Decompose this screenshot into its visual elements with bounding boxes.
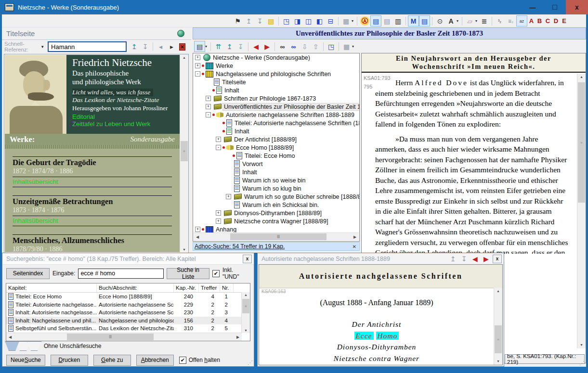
quick-reference-input[interactable] (48, 41, 127, 52)
minimize-button[interactable] (522, 0, 544, 14)
close-button[interactable] (566, 0, 588, 14)
marker-m-icon[interactable]: M (408, 15, 419, 26)
scroll-down-icon[interactable]: ▼ (242, 329, 250, 332)
globe-icon[interactable] (177, 30, 184, 37)
ref-prev-icon[interactable]: ◂ (155, 41, 166, 52)
scrollbar-thumb[interactable]: Ⅲ (67, 334, 154, 340)
window-insert-icon[interactable]: ◨ (292, 15, 303, 26)
tree-item[interactable]: Dionysos-Dithyramben [1888/89] (193, 209, 359, 217)
jump-forward-icon[interactable]: ↧ (254, 15, 265, 26)
search-marked-icon[interactable]: ∞ (288, 41, 299, 52)
scroll-up-icon[interactable]: ▲ (577, 75, 586, 79)
work-toc-link[interactable]: Inhaltsübersicht (13, 216, 172, 226)
close-panel-icon[interactable] (179, 43, 185, 51)
tree-item[interactable]: Warum ich ein Schicksal bin. (193, 201, 359, 209)
win-next-icon[interactable]: ▶ (481, 253, 492, 264)
search-window-titlebar[interactable]: Suchergebnis: "ecce # homo" (18 Kap./75 … (2, 253, 254, 265)
search-in-list-button[interactable]: Suche in Liste (167, 268, 209, 279)
go-top-icon[interactable]: ⇈ (213, 41, 224, 52)
scroll-left-icon[interactable]: ◀ (6, 335, 14, 339)
preview-scrollbar[interactable]: ▲ ≡ ▼ (494, 288, 502, 365)
dropdown-arrow-icon[interactable]: ▾ (352, 44, 354, 49)
tree-item[interactable]: Schriften zur Philologie 1867-1873 (193, 94, 359, 103)
scrollbar-thumb[interactable]: ≡ (242, 299, 249, 313)
chevron-down-icon[interactable]: ▼ (40, 45, 44, 49)
column-nr[interactable]: Nr. (220, 283, 234, 292)
print-icon[interactable]: ≣ (479, 15, 490, 26)
search-result-row[interactable]: Selbstgefühl und Selbstverstän... Das Le… (6, 324, 250, 333)
page-down-icon[interactable]: ⇩ (299, 41, 310, 52)
win-up-icon[interactable]: ↥ (447, 253, 458, 264)
next-hit-icon[interactable]: ▶ (261, 41, 273, 52)
maximize-button[interactable] (544, 0, 566, 14)
doc-marker-icon[interactable]: ▤ (419, 15, 430, 26)
doc-plain-icon[interactable]: ▤ (381, 15, 392, 26)
tree-expander-icon[interactable] (216, 145, 221, 150)
book-scrollbar[interactable]: ▲ ≡ ▼ (180, 54, 188, 253)
window-split-icon[interactable]: ⊟ (325, 15, 336, 26)
column-kapnr[interactable]: Kap.-Nr. (174, 283, 199, 292)
tree-expander-icon[interactable] (216, 219, 221, 224)
tree-expander-icon[interactable] (195, 71, 200, 77)
table-header[interactable]: Kapitel: Buch/Abschnitt: Kap.-Nr. Treffe… (6, 283, 250, 293)
result-tab[interactable] (27, 341, 41, 351)
tree-item[interactable]: Titelei: Autorisierte nachgelassene Schr… (193, 119, 359, 127)
scroll-down-icon[interactable]: ▼ (494, 360, 502, 363)
ref-down-icon[interactable]: ↧ (140, 41, 151, 52)
adhoc-search-status[interactable]: Adhoc-Suche: 54 Treffer in 19 Kap. (193, 243, 285, 250)
action-button[interactable]: Abbrechen (136, 355, 174, 366)
win-down-icon[interactable]: ↧ (458, 253, 470, 264)
work-title-line[interactable]: Ecce Homo (259, 330, 494, 342)
scroll-up-icon[interactable]: ▲ (180, 56, 188, 59)
copy-special-icon[interactable]: ▦ (341, 41, 352, 52)
scroll-down-icon[interactable]: ▼ (180, 248, 188, 251)
new-note-icon[interactable]: ▤ (265, 15, 276, 26)
action-button[interactable]: Gehe zu (93, 355, 131, 366)
action-button[interactable]: Neue Suche (6, 355, 45, 366)
copy-icon[interactable]: ▦ (340, 15, 352, 26)
doc-annotations-icon[interactable]: ▤ (370, 15, 381, 26)
color-a-icon[interactable]: A (527, 15, 536, 26)
open-folder-icon[interactable]: ▱ (464, 15, 475, 26)
page-preview-icon[interactable]: ⊙ (434, 15, 445, 26)
tree-item[interactable]: Warum ich so klug bin (193, 184, 359, 193)
tree-item[interactable]: Inhalt (193, 168, 359, 176)
sort-lines-icon[interactable]: ≣₂ (505, 15, 516, 26)
tree-item[interactable]: Inhalt (193, 86, 359, 94)
sort-numeric-icon[interactable]: ³₂ (494, 15, 505, 26)
dropdown-arrow-icon[interactable]: ▾ (457, 19, 458, 23)
resize-grip[interactable]: ⋰ (248, 360, 253, 366)
search-input[interactable] (78, 269, 164, 279)
tree-item[interactable]: Inhalt (193, 127, 359, 135)
go-up-icon[interactable]: ↥ (224, 41, 235, 52)
tree-item[interactable]: Warum ich so weise bin (193, 176, 359, 184)
tree-item[interactable]: Warum ich so gute Bücher schreibe [1888/… (193, 193, 359, 201)
scroll-down-icon[interactable]: ▼ (577, 343, 586, 347)
color-d-icon[interactable]: D (552, 15, 560, 26)
result-tab[interactable] (5, 341, 19, 351)
dropdown-arrow-icon[interactable]: ▾ (352, 19, 353, 23)
scrollbar-thumb[interactable]: ≡ (578, 82, 585, 203)
tree-item[interactable]: Nietzsche contra Wagner [1888/89] (193, 217, 359, 225)
annotation-icon[interactable]: Ⓐ (360, 16, 369, 26)
column-buch[interactable]: Buch/Abschnitt: (97, 283, 174, 292)
tree-item[interactable]: Werke (193, 62, 359, 70)
sort-alpha-icon[interactable]: az (516, 15, 527, 26)
ref-up-icon[interactable]: ↥ (129, 41, 140, 52)
column-kapitel[interactable]: Kapitel: (6, 283, 97, 292)
work-toc-link[interactable]: Inhaltsübersicht (13, 177, 172, 187)
window-frame-icon[interactable]: ◫ (303, 15, 314, 26)
tree-expander-icon[interactable] (195, 55, 200, 60)
tree-expander-icon[interactable] (216, 210, 221, 216)
table-vertical-scrollbar[interactable]: ▲ ≡ ▼ (241, 292, 250, 333)
tree-item[interactable]: Nietzsche - Werke (Sonderausgabe) (193, 53, 359, 62)
window-insert-left-icon[interactable]: ◧ (314, 15, 325, 26)
tree-item[interactable]: Autorisierte nachgelassene Schriften 188… (193, 111, 359, 119)
tree-item[interactable]: Vorwort (193, 160, 359, 168)
search-result-row[interactable]: Inhalt: Autorisierte nachgelasse... Auto… (6, 309, 250, 317)
close-icon[interactable]: ✕ (353, 244, 359, 249)
font-style-icon[interactable]: A (445, 15, 457, 26)
book-edit-icon[interactable]: ▥ (392, 15, 404, 26)
keep-open-checkbox[interactable] (179, 357, 186, 364)
action-button[interactable]: Drucken (51, 355, 88, 366)
